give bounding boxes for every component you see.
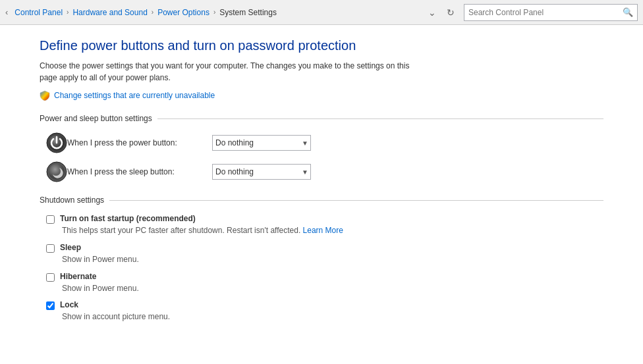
sleep-button-icon (46, 161, 67, 182)
dropdown-nav-button[interactable]: ⌄ (424, 5, 440, 20)
fast-startup-item: Turn on fast startup (recommended) (46, 214, 603, 224)
breadcrumb: ‹ Control Panel › Hardware and Sound › P… (5, 7, 424, 18)
hibernate-checkbox[interactable] (46, 273, 55, 282)
power-button-icon (46, 132, 67, 153)
nav-controls: ⌄ ↻ (424, 5, 459, 20)
lock-label: Lock (60, 300, 78, 309)
main-content: Define power buttons and turn on passwor… (0, 25, 643, 364)
sleep-button-dropdown-wrapper: Do nothing Sleep Hibernate Shut down Tur… (212, 164, 311, 180)
sleep-subtext: Show in Power menu. (62, 254, 603, 265)
learn-more-link[interactable]: Learn More (303, 226, 343, 235)
fast-startup-label: Turn on fast startup (recommended) (60, 214, 196, 223)
power-button-dropdown[interactable]: Do nothing Sleep Hibernate Shut down Tur… (212, 135, 311, 151)
change-settings-link[interactable]: Change settings that are currently unava… (54, 91, 215, 100)
breadcrumb-power-options[interactable]: Power Options (155, 7, 212, 18)
change-settings-row: Change settings that are currently unava… (40, 90, 603, 101)
section-divider-2 (109, 200, 603, 201)
breadcrumb-sep-3: › (213, 9, 215, 16)
fast-startup-row: Turn on fast startup (recommended) This … (46, 214, 603, 236)
breadcrumb-control-panel[interactable]: Control Panel (12, 7, 65, 18)
refresh-button[interactable]: ↻ (443, 5, 459, 20)
power-button-row: When I press the power button: Do nothin… (46, 132, 603, 153)
hibernate-subtext: Show in Power menu. (62, 283, 603, 294)
sleep-button-dropdown[interactable]: Do nothing Sleep Hibernate Shut down Tur… (212, 164, 311, 180)
section-divider-1 (157, 118, 603, 119)
lock-checkbox[interactable] (46, 301, 55, 310)
shield-icon (40, 90, 50, 101)
hibernate-row: Hibernate Show in Power menu. (46, 272, 603, 294)
search-input[interactable] (468, 8, 623, 17)
breadcrumb-system-settings: System Settings (217, 7, 279, 18)
breadcrumb-sep-2: › (152, 9, 154, 16)
search-box: 🔍 (464, 4, 638, 21)
sleep-button-row: When I press the sleep button: Do nothin… (46, 161, 603, 182)
navigation-bar: ‹ Control Panel › Hardware and Sound › P… (0, 0, 643, 25)
power-sleep-section-header: Power and sleep button settings (40, 114, 603, 123)
sleep-item: Sleep (46, 243, 603, 253)
back-arrow-icon: ‹ (5, 7, 8, 17)
shutdown-section-header: Shutdown settings (40, 195, 603, 205)
sleep-row: Sleep Show in Power menu. (46, 243, 603, 265)
fast-startup-subtext: This helps start your PC faster after sh… (62, 225, 603, 236)
power-button-label: When I press the power button: (67, 138, 212, 147)
shutdown-section: Shutdown settings Turn on fast startup (… (40, 195, 603, 323)
power-button-dropdown-wrapper: Do nothing Sleep Hibernate Shut down Tur… (212, 135, 311, 151)
hibernate-label: Hibernate (60, 272, 96, 281)
lock-item: Lock (46, 300, 603, 310)
breadcrumb-hardware-sound[interactable]: Hardware and Sound (70, 7, 150, 18)
search-icon: 🔍 (623, 7, 633, 17)
page-description: Choose the power settings that you want … (40, 60, 422, 84)
lock-row: Lock Show in account picture menu. (46, 300, 603, 323)
sleep-label: Sleep (60, 243, 81, 252)
sleep-button-label: When I press the sleep button: (67, 167, 212, 176)
page-title: Define power buttons and turn on passwor… (40, 38, 603, 53)
breadcrumb-sep-1: › (67, 9, 69, 16)
hibernate-item: Hibernate (46, 272, 603, 282)
power-sleep-section-title: Power and sleep button settings (40, 114, 152, 123)
lock-subtext: Show in account picture menu. (62, 311, 603, 323)
sleep-checkbox[interactable] (46, 244, 55, 253)
fast-startup-checkbox[interactable] (46, 215, 55, 224)
power-sleep-section: Power and sleep button settings When I p… (40, 114, 603, 182)
shutdown-section-title: Shutdown settings (40, 195, 104, 205)
